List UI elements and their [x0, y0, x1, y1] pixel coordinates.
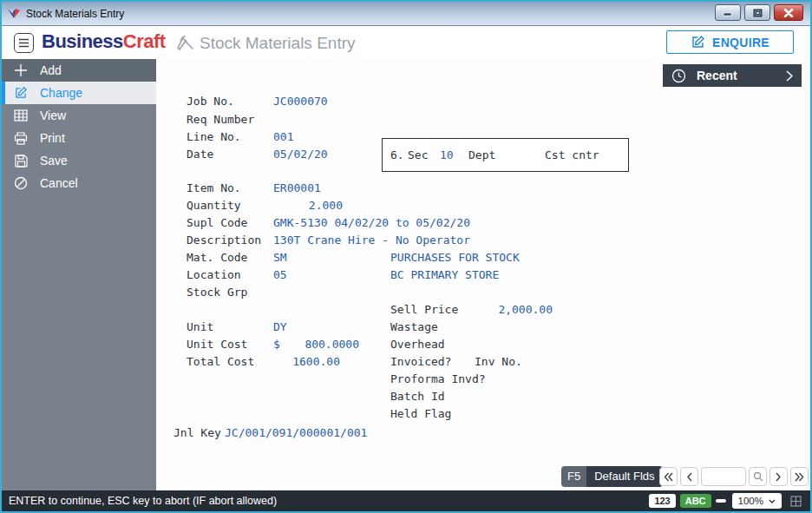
window-title: Stock Materials Entry	[26, 8, 124, 20]
hamburger-menu-button[interactable]	[14, 33, 34, 53]
field-label: Location	[187, 268, 241, 281]
default-fields-button[interactable]: F5 Default Flds	[561, 466, 663, 487]
field-value: 1600.00	[271, 355, 340, 368]
field-held-flag: Held Flag	[2, 407, 810, 423]
field-value: 2.000	[273, 199, 343, 212]
debug-mode-badge[interactable]	[716, 499, 726, 503]
field-jnl-key: Jnl Key JC/001/091/000001/001	[2, 426, 810, 442]
field-label: Overhead	[390, 338, 445, 351]
field-value: 2,000.00	[470, 303, 553, 316]
previous-record-button[interactable]	[680, 467, 698, 486]
field-description-text: BC PRIMARY STORE	[390, 268, 499, 281]
field-req-number: Req Number	[2, 113, 810, 128]
field-stock-grp: Stock Grp	[2, 286, 810, 301]
field-label: Proforma Invd?	[390, 372, 486, 385]
field-label: Total Cost	[187, 355, 254, 368]
chevron-down-icon	[769, 499, 776, 503]
f5-key-label: F5	[561, 466, 586, 487]
maximize-button[interactable]	[744, 4, 770, 21]
app-window: Stock Materials Entry BusinessCraft	[0, 0, 812, 513]
chevron-right-icon	[786, 70, 793, 82]
minimize-button[interactable]	[715, 4, 741, 21]
field-unit-and-wastage: Unit DY Wastage	[2, 320, 810, 336]
field-item-no: Item No. ER00001	[2, 181, 810, 197]
grid-layout-icon[interactable]	[790, 496, 802, 507]
field-label: Invoiced?	[390, 355, 451, 368]
close-button[interactable]	[774, 4, 803, 21]
zoom-level: 100%	[738, 496, 763, 506]
status-message: ENTER to continue, ESC key to abort (IF …	[9, 495, 645, 507]
field-job-no: Job No. JC000070	[2, 95, 810, 110]
field-value: 05	[273, 268, 287, 281]
field-label: Item No.	[187, 181, 241, 194]
sec-value: 10	[440, 148, 454, 161]
enquire-label: ENQUIRE	[712, 36, 769, 49]
field-value: 130T Crane Hire - No Operator	[273, 233, 470, 247]
sidebar-item-label: Add	[40, 63, 62, 77]
field-batch-id: Batch Id	[2, 390, 810, 405]
field-label: Stock Grp	[187, 286, 247, 299]
field-label: Mat. Code	[187, 251, 247, 264]
field-mat-code: Mat. Code SM PURCHASES FOR STOCK	[2, 251, 810, 266]
titlebar: Stock Materials Entry	[2, 2, 810, 26]
sec-prefix: 6.	[390, 148, 404, 161]
record-search-input[interactable]	[701, 467, 746, 486]
logo-part2: Craft	[123, 30, 166, 52]
field-location: Location 05 BC PRIMARY STORE	[2, 268, 810, 284]
field-value: JC000070	[273, 95, 328, 108]
field-supl-code: Supl Code GMK-5130 04/02/20 to 05/02/20	[2, 216, 810, 232]
edit-icon	[691, 35, 705, 49]
field-value: JC/001/091/000001/001	[225, 426, 367, 439]
record-navigation	[659, 467, 809, 486]
page-title: Stock Materials Entry	[200, 34, 356, 53]
numeric-mode-badge[interactable]: 123	[649, 494, 675, 508]
field-label: Wastage	[390, 320, 438, 333]
field-value: GMK-5130 04/02/20 to 05/02/20	[273, 216, 470, 229]
alpha-mode-badge[interactable]: ABC	[680, 494, 711, 508]
field-label: Unit Cost	[187, 338, 247, 351]
field-value: 001	[273, 130, 293, 143]
businesscraft-logo: BusinessCraft	[42, 30, 166, 53]
gavel-icon	[175, 35, 194, 56]
field-label: Req Number	[187, 113, 254, 126]
enquire-button[interactable]: ENQUIRE	[666, 30, 794, 54]
recent-button[interactable]: Recent	[663, 64, 802, 87]
field-unit-cost-and-overhead: Unit Cost $ 800.0000 Overhead	[2, 338, 810, 353]
field-sell-price: Sell Price 2,000.00	[2, 303, 810, 319]
logo-part1: Business	[42, 30, 123, 52]
field-label: Unit	[187, 320, 213, 333]
field-value: DY	[273, 320, 287, 333]
clock-icon	[671, 69, 686, 83]
field-total-cost-and-invoiced: Total Cost 1600.00 Invoiced? Inv No.	[2, 355, 810, 371]
field-label: Description	[187, 233, 261, 247]
field-label: Quantity	[187, 199, 241, 212]
recent-label: Recent	[697, 69, 776, 82]
last-record-button[interactable]	[790, 467, 809, 486]
field-proforma-invd: Proforma Invd?	[2, 372, 810, 388]
field-value: 800.0000	[288, 338, 359, 351]
field-description: Description 130T Crane Hire - No Operato…	[2, 233, 810, 249]
field-label: Jnl Key	[174, 426, 221, 439]
search-icon[interactable]	[749, 467, 767, 486]
field-description-text: PURCHASES FOR STOCK	[390, 251, 520, 264]
field-quantity: Quantity 2.000	[2, 199, 810, 214]
field-label: Batch Id	[390, 390, 445, 403]
cst-cntr-label: Cst cntr	[545, 148, 599, 161]
first-record-button[interactable]	[659, 467, 678, 486]
sidebar-item-add[interactable]: Add	[2, 59, 156, 82]
field-label: Supl Code	[187, 216, 247, 229]
plus-icon	[13, 63, 29, 77]
next-record-button[interactable]	[769, 467, 788, 486]
field-label: Held Flag	[390, 407, 451, 420]
field-label: Inv No.	[475, 355, 522, 368]
default-fields-label: Default Flds	[586, 466, 662, 487]
zoom-dropdown[interactable]: 100%	[732, 493, 782, 509]
currency-symbol: $	[273, 338, 280, 351]
field-label: Sell Price	[390, 303, 458, 316]
app-header: BusinessCraft Stock Materials Entry ENQU	[2, 27, 810, 59]
status-bar: ENTER to continue, ESC key to abort (IF …	[2, 490, 810, 511]
dept-label: Dept	[468, 148, 495, 161]
field-value: ER00001	[273, 181, 321, 194]
sec-box-row: 6. Sec 10 Dept Cst cntr	[2, 148, 810, 164]
field-label: Line No.	[187, 130, 241, 143]
